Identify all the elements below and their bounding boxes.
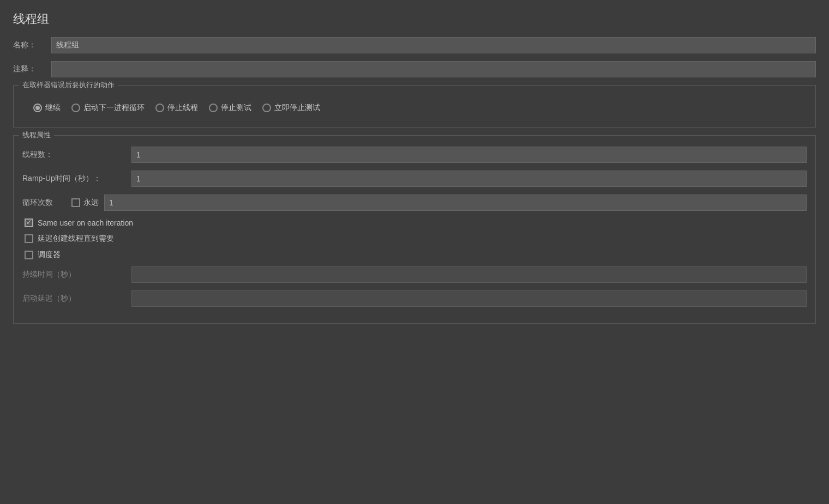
radio-continue-label[interactable]: 继续 — [45, 103, 61, 113]
radio-stop-now-label[interactable]: 立即停止测试 — [274, 103, 320, 113]
loop-label: 循环次数 — [22, 198, 71, 208]
same-user-row: Same user on each iteration — [22, 218, 807, 227]
page-title: 线程组 — [13, 11, 816, 27]
rampup-input[interactable] — [131, 171, 807, 187]
radio-stop-now-input[interactable] — [262, 104, 271, 112]
scheduler-row: 调度器 — [22, 250, 807, 260]
startup-delay-input[interactable] — [131, 290, 807, 307]
loop-count-input[interactable] — [104, 195, 807, 211]
radio-stop-thread[interactable]: 停止线程 — [155, 103, 198, 113]
comment-row: 注释： — [13, 61, 816, 77]
duration-label: 持续时间（秒） — [22, 270, 131, 280]
rampup-row: Ramp-Up时间（秒）： — [22, 171, 807, 187]
action-section-title: 在取样器错误后要执行的动作 — [19, 80, 118, 90]
forever-checkbox[interactable] — [71, 198, 80, 207]
radio-stop-test-input[interactable] — [209, 104, 218, 112]
thread-count-label: 线程数： — [22, 150, 131, 160]
startup-delay-label: 启动延迟（秒） — [22, 294, 131, 303]
action-section: 在取样器错误后要执行的动作 继续 启动下一进程循环 停止线程 停止测试 立即停止… — [13, 85, 816, 127]
radio-stop-thread-input[interactable] — [155, 104, 164, 112]
rampup-label: Ramp-Up时间（秒）： — [22, 174, 131, 184]
comment-input[interactable] — [51, 61, 816, 77]
name-input[interactable] — [51, 37, 816, 53]
radio-continue-input[interactable] — [33, 104, 42, 112]
scheduler-checkbox[interactable] — [25, 251, 33, 259]
radio-continue[interactable]: 继续 — [33, 103, 61, 113]
thread-count-row: 线程数： — [22, 147, 807, 163]
name-label: 名称： — [13, 40, 51, 50]
radio-next-loop-input[interactable] — [71, 104, 80, 112]
radio-stop-thread-label[interactable]: 停止线程 — [167, 103, 198, 113]
radio-group: 继续 启动下一进程循环 停止线程 停止测试 立即停止测试 — [22, 95, 807, 120]
forever-check: 永远 — [71, 198, 99, 208]
radio-stop-test[interactable]: 停止测试 — [209, 103, 251, 113]
same-user-checkbox[interactable] — [25, 218, 33, 227]
delay-create-label[interactable]: 延迟创建线程直到需要 — [38, 234, 114, 244]
same-user-label[interactable]: Same user on each iteration — [38, 218, 133, 227]
radio-stop-test-label[interactable]: 停止测试 — [221, 103, 251, 113]
thread-props-section: 线程属性 线程数： Ramp-Up时间（秒）： 循环次数 永远 Same use… — [13, 135, 816, 324]
loop-row: 循环次数 永远 — [22, 195, 807, 211]
thread-props-title: 线程属性 — [19, 130, 54, 140]
scheduler-label[interactable]: 调度器 — [38, 250, 61, 260]
forever-label[interactable]: 永远 — [83, 198, 99, 208]
radio-stop-now[interactable]: 立即停止测试 — [262, 103, 320, 113]
delay-create-row: 延迟创建线程直到需要 — [22, 234, 807, 244]
duration-row: 持续时间（秒） — [22, 266, 807, 283]
name-row: 名称： — [13, 37, 816, 53]
radio-next-loop-label[interactable]: 启动下一进程循环 — [83, 103, 145, 113]
comment-label: 注释： — [13, 64, 51, 74]
startup-delay-row: 启动延迟（秒） — [22, 290, 807, 307]
thread-count-input[interactable] — [131, 147, 807, 163]
duration-input[interactable] — [131, 266, 807, 283]
delay-create-checkbox[interactable] — [25, 234, 33, 243]
radio-next-loop[interactable]: 启动下一进程循环 — [71, 103, 145, 113]
